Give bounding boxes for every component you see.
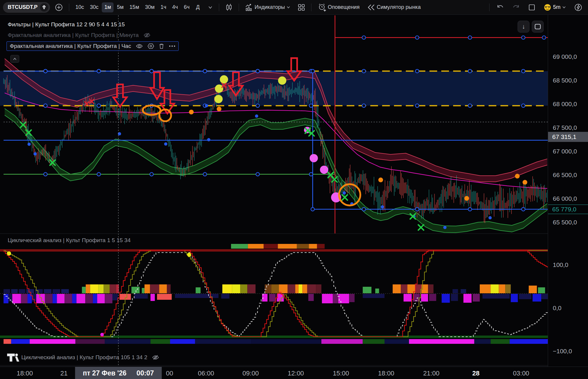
drawing-handle[interactable] [150, 172, 153, 176]
drawing-handle[interactable] [44, 172, 47, 176]
price-axis[interactable]: 67 315,1 65 779,0 69 000,068 500,068 000… [548, 15, 588, 367]
legend-collapse-button[interactable] [10, 55, 19, 63]
drawing-handle[interactable] [468, 36, 472, 39]
drawing-handle[interactable] [256, 69, 259, 73]
drawing-handle[interactable] [415, 104, 419, 107]
time-axis[interactable]: пт 27 Фев '26 00:07 18:00210006:0009:001… [0, 367, 588, 379]
timeframe-5м[interactable]: 5м [114, 2, 126, 12]
drawing-handle[interactable] [97, 69, 101, 73]
drawing-handle[interactable] [521, 36, 525, 39]
timeframe-1ч[interactable]: 1ч [158, 2, 169, 12]
eye-off-icon[interactable] [143, 33, 151, 38]
ribbon-segment [151, 294, 155, 301]
ribbon-segment [85, 294, 93, 303]
symbol-button[interactable]: BTCUSDT.P [3, 2, 50, 13]
alerts-button[interactable]: Оповещения [315, 2, 362, 12]
ribbon-segment [338, 294, 349, 303]
legend-filters[interactable]: Фильтры | Культ Профита 12 2 90 5 4 4 15… [8, 21, 125, 28]
drawing-handle[interactable] [521, 69, 525, 73]
ribbon-segment [265, 284, 271, 293]
time-axis-label: 03:00 [513, 370, 529, 377]
drawing-handle[interactable] [150, 69, 153, 73]
redo-button[interactable] [510, 2, 523, 12]
scroll-down-button[interactable]: ↓ [518, 21, 529, 33]
legend-filters-label: Фильтры | Культ Профита 12 2 90 5 4 4 15… [8, 21, 125, 28]
timeframe-Д[interactable]: Д [193, 2, 203, 12]
timeframe-30м[interactable]: 30м [142, 2, 157, 12]
drawing-handle[interactable] [97, 104, 101, 107]
oscillator-pane[interactable] [0, 244, 548, 344]
legend-fractal-hour-label: Фрактальная аналитика | Культ Профита | … [10, 43, 131, 49]
indicators-label: Индикаторы [255, 4, 285, 10]
layout-panel-icon[interactable] [526, 2, 538, 12]
price-axis-label: 67 000,0 [553, 148, 577, 155]
timeframe-10с[interactable]: 10с [73, 2, 87, 12]
drawing-handle[interactable] [468, 69, 472, 73]
drawing-handle[interactable] [97, 172, 101, 176]
quick-action-icon[interactable] [571, 2, 585, 12]
osc-dot-magenta [100, 333, 104, 336]
ribbon-segment [90, 284, 98, 293]
drawing-handle[interactable] [362, 208, 366, 211]
ribbon-segment [480, 284, 491, 293]
drawing-handle[interactable] [311, 69, 314, 73]
drawing-handle[interactable] [415, 36, 419, 39]
eye-off-icon[interactable] [152, 355, 159, 360]
drawing-handle[interactable] [521, 104, 525, 107]
drawing-handle[interactable] [415, 69, 419, 73]
drawing-handle[interactable] [256, 172, 259, 176]
price-axis-label: 67 500,0 [553, 124, 577, 131]
drawing-handle[interactable] [44, 69, 47, 73]
legend-cyclic-1[interactable]: Циклический анализ | Культ Профита 1 5 1… [8, 237, 130, 244]
drawing-handle[interactable] [203, 69, 207, 73]
rewind-icon [367, 4, 375, 11]
legend-fractal-minute[interactable]: Фрактальная аналитика | Культ Профита | … [8, 32, 151, 38]
timeframe-4ч[interactable]: 4ч [169, 2, 180, 12]
legend-fractal-hour[interactable]: Фрактальная аналитика | Культ Профита | … [7, 41, 179, 51]
tradingview-logo[interactable] [7, 354, 20, 364]
undo-button[interactable] [494, 2, 507, 12]
delete-trash-icon[interactable] [159, 43, 164, 49]
drawing-handle[interactable] [311, 208, 314, 211]
chart-canvas[interactable] [0, 15, 588, 379]
drawing-handle[interactable] [203, 172, 207, 176]
ribbon-segment [157, 294, 172, 300]
ribbon-segment [159, 284, 167, 293]
ribbon-segment [30, 339, 75, 344]
toolbar-separator [219, 4, 219, 11]
drawing-handle[interactable] [542, 36, 546, 39]
timeframe-6ч[interactable]: 6ч [181, 2, 192, 12]
drawing-handle[interactable] [309, 104, 313, 107]
settings-gear-icon[interactable] [148, 43, 154, 49]
timeframe-30с[interactable]: 30с [87, 2, 101, 12]
drawing-handle[interactable] [256, 104, 259, 107]
compare-add-button[interactable] [52, 2, 65, 12]
signal-dot-blue [205, 104, 208, 107]
drawing-handle[interactable] [415, 208, 419, 211]
drawing-handle[interactable] [521, 208, 525, 211]
legend-cyclic-1-label: Циклический анализ | Культ Профита 1 5 1… [8, 237, 130, 244]
timeframe-1м[interactable]: 1м [102, 2, 114, 12]
drawing-handle[interactable] [309, 172, 313, 176]
drawing-handle[interactable] [44, 104, 47, 107]
timeframe-15м[interactable]: 15м [127, 2, 142, 12]
drawing-handle[interactable] [362, 36, 366, 39]
drawing-handle[interactable] [362, 69, 366, 73]
legend-cyclic-2[interactable]: Циклический анализ | Культ Профита 105 1… [21, 354, 159, 361]
maximize-pane-button[interactable] [532, 21, 544, 33]
drawing-handle[interactable] [468, 208, 472, 211]
more-options-icon[interactable] [169, 45, 175, 47]
drawing-handle[interactable] [468, 104, 472, 107]
diamond-icon[interactable] [40, 3, 48, 12]
chart-area[interactable]: Фильтры | Культ Профита 12 2 90 5 4 4 15… [0, 15, 588, 379]
timeframe-expand-chevron[interactable] [205, 2, 215, 12]
replay-mode-button[interactable]: 5m [541, 2, 568, 12]
ribbon-segment [196, 287, 201, 293]
market-simulator-button[interactable]: Симулятор рынка [365, 2, 424, 12]
indicators-button[interactable]: Индикаторы [243, 2, 293, 12]
templates-grid-icon[interactable] [295, 2, 308, 12]
eye-icon[interactable] [136, 43, 143, 49]
drawing-handle[interactable] [362, 104, 366, 107]
chart-style-icon[interactable] [223, 2, 235, 12]
ribbon-segment [491, 339, 510, 344]
